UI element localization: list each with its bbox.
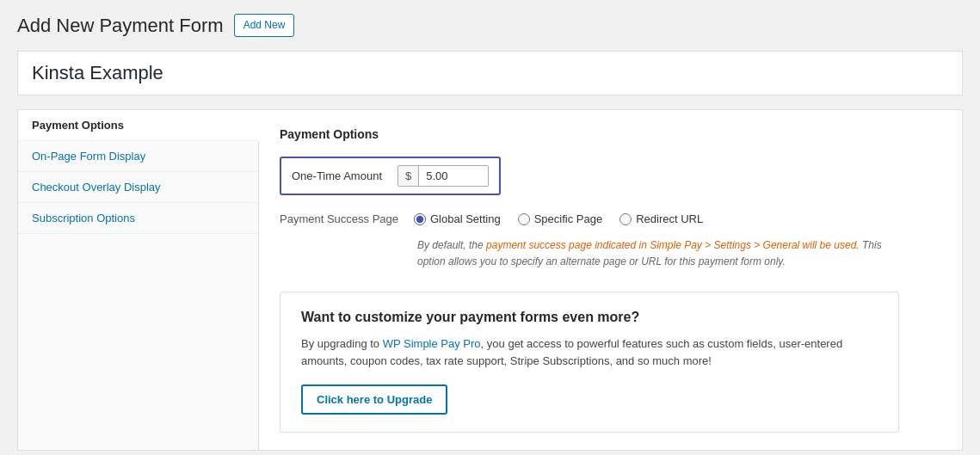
sidebar-item-on-page-form-display[interactable]: On-Page Form Display <box>18 141 258 172</box>
radio-option-redirect-url[interactable]: Redirect URL <box>619 212 703 225</box>
helper-highlight: payment success page indicated in Simple… <box>486 239 860 251</box>
helper-text: By default, the payment success page ind… <box>417 237 899 270</box>
payment-success-label: Payment Success Page <box>280 212 400 225</box>
sidebar-item-label: Payment Options <box>32 119 124 132</box>
radio-option-global-setting[interactable]: Global Setting <box>414 212 501 225</box>
radio-label: Redirect URL <box>636 212 703 225</box>
upgrade-text-1: By upgrading to <box>301 337 383 350</box>
radio-specific-page[interactable] <box>518 213 530 225</box>
sidebar-item-link[interactable]: On-Page Form Display <box>32 150 145 163</box>
form-title-bar <box>17 51 963 95</box>
main-layout: Payment Options On-Page Form Display Che… <box>17 109 963 451</box>
page-header: Add New Payment Form Add New <box>17 14 963 37</box>
section-title: Payment Options <box>280 127 941 141</box>
sidebar-item-link[interactable]: Checkout Overlay Display <box>32 181 161 194</box>
upgrade-title: Want to customize your payment forms eve… <box>301 310 878 325</box>
radio-global-setting[interactable] <box>414 213 426 225</box>
currency-group: $ <box>398 165 489 187</box>
helper-text-1: By default, the <box>417 239 486 251</box>
form-title-input[interactable] <box>32 62 948 84</box>
currency-symbol: $ <box>398 166 419 186</box>
payment-success-row: Payment Success Page Global Setting Spec… <box>280 212 941 225</box>
radio-group-payment-success: Global Setting Specific Page Redirect UR… <box>414 212 703 225</box>
upgrade-link[interactable]: WP Simple Pay Pro <box>383 337 481 350</box>
one-time-amount-box: One-Time Amount $ <box>280 157 501 195</box>
page-title: Add New Payment Form <box>17 15 224 37</box>
radio-label: Specific Page <box>534 212 603 225</box>
add-new-button[interactable]: Add New <box>234 14 295 37</box>
content-area: Payment Options One-Time Amount $ Paymen… <box>259 110 962 450</box>
sidebar-item-payment-options[interactable]: Payment Options <box>18 110 259 141</box>
sidebar-item-subscription-options[interactable]: Subscription Options <box>18 203 258 234</box>
upgrade-box: Want to customize your payment forms eve… <box>280 292 899 433</box>
amount-label: One-Time Amount <box>292 169 382 182</box>
sidebar: Payment Options On-Page Form Display Che… <box>18 110 259 450</box>
radio-label: Global Setting <box>430 212 501 225</box>
amount-input[interactable] <box>419 166 488 186</box>
sidebar-item-link[interactable]: Subscription Options <box>32 212 135 224</box>
upgrade-button[interactable]: Click here to Upgrade <box>301 384 447 415</box>
radio-redirect-url[interactable] <box>619 213 632 225</box>
radio-option-specific-page[interactable]: Specific Page <box>518 212 603 225</box>
sidebar-item-checkout-overlay-display[interactable]: Checkout Overlay Display <box>18 172 258 203</box>
upgrade-text: By upgrading to WP Simple Pay Pro, you g… <box>301 335 878 372</box>
